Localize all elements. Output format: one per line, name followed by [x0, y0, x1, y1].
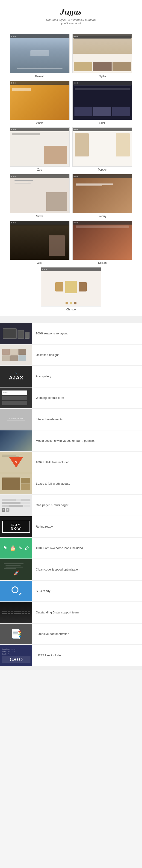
- zoe-img: [44, 146, 67, 164]
- form-input-3: [2, 401, 27, 405]
- key: [8, 613, 10, 614]
- demo-thumb-ollie[interactable]: [10, 221, 70, 260]
- feature-item-pager: 7 0 One pager & multi pager: [0, 495, 142, 516]
- demo-thumb-penny[interactable]: [72, 174, 132, 213]
- key: [22, 613, 24, 614]
- demo-item-minka[interactable]: Minka: [10, 174, 70, 218]
- demo-item-vinnie[interactable]: Vinnie: [10, 81, 70, 125]
- sunll-imgs: [74, 107, 130, 116]
- penny-text: [76, 184, 129, 186]
- pager-row-3: [2, 505, 30, 507]
- clean-content: 🚀: [2, 561, 30, 578]
- sunll-thumbnail: [73, 81, 132, 120]
- pager-cell-6: [2, 505, 9, 507]
- browser-bar-pe: [73, 174, 132, 178]
- key: [13, 613, 16, 614]
- demo-thumb-delilah[interactable]: [72, 221, 132, 260]
- feature-thumb-support: [0, 602, 32, 623]
- html5-number: 5: [15, 460, 17, 464]
- buy-now-button: BUY NOW: [2, 521, 30, 533]
- box-side-2: [21, 484, 30, 490]
- feature-thumb-unlimited: [0, 345, 32, 365]
- feature-item-clean: 🚀 Clean code & speed optimization: [0, 559, 142, 580]
- ollie-thumbnail: [10, 221, 69, 260]
- browser-bar-z: [10, 128, 69, 131]
- key: [16, 611, 19, 612]
- key: [25, 611, 27, 612]
- feature-text-retina: Retina ready: [32, 522, 56, 531]
- ollie-figure: [49, 236, 65, 256]
- feature-text-interactive: Interactive elements: [32, 415, 66, 424]
- penny-thumbnail: [73, 174, 132, 213]
- key: [2, 613, 5, 614]
- rocket-icon: 🚀: [4, 570, 29, 576]
- key: [28, 611, 30, 612]
- browser-bar-ch: [41, 268, 101, 271]
- feature-text-boxed: Boxed & full-width layouts: [32, 479, 74, 488]
- search-circle: [11, 586, 19, 593]
- ajax-prefix: ƒη: [9, 372, 24, 374]
- demo-thumb-sunll[interactable]: [72, 81, 132, 120]
- code-line-2: [2, 455, 16, 456]
- code-1: @heading-color:: [2, 648, 30, 651]
- demo-thumb-minka[interactable]: [10, 174, 70, 213]
- html5-content: 5: [0, 452, 32, 473]
- buynow-content: BUY NOW: [0, 518, 32, 535]
- demo-label-sunll: Sunll: [99, 121, 106, 125]
- demo-item-christie[interactable]: Christie: [41, 267, 101, 311]
- demo-item-ollie[interactable]: Ollie: [10, 221, 70, 265]
- demo-thumb-christie[interactable]: [41, 267, 101, 307]
- icon-cake: 🎂: [10, 545, 16, 551]
- key: [22, 611, 24, 612]
- demo-thumb-blythe[interactable]: [72, 34, 132, 73]
- vinnie-bar: [12, 88, 31, 91]
- browser-bar-v: [10, 81, 69, 85]
- key: [19, 611, 22, 612]
- feature-item-responsive: 100% responsive layout: [0, 323, 142, 344]
- ollie-bg: [10, 225, 69, 260]
- cl-3: [5, 566, 23, 567]
- interactive-content: Development: [7, 418, 25, 421]
- demo-item-russell[interactable]: Russell: [10, 34, 70, 78]
- minka-shoe: [46, 192, 67, 211]
- ajax-content: ƒη AJAX: [9, 372, 24, 381]
- device-desktop: [3, 329, 16, 339]
- demo-thumb-pepper[interactable]: [72, 127, 132, 167]
- browser-bar: [10, 34, 69, 38]
- key: [8, 611, 10, 612]
- feature-item-icons: ⚑ 🎂 ✎ 🖊 400+ Font Awesome icons included: [0, 538, 142, 559]
- demo-thumb-vinnie[interactable]: [10, 81, 70, 120]
- key: [11, 611, 13, 612]
- header: Jugas The most stylish & minimalist temp…: [0, 0, 142, 31]
- demo-thumb-russell[interactable]: [10, 34, 70, 73]
- sunll-bar: [75, 88, 130, 90]
- feature-thumb-media: [0, 430, 32, 451]
- demo-item-penny[interactable]: Penny: [72, 174, 132, 218]
- pager-cell-4: [2, 502, 21, 504]
- demo-grid: Russell Blythe: [0, 31, 142, 316]
- docs-icon: 📑: [10, 629, 22, 640]
- demo-item-blythe[interactable]: Blythe: [72, 34, 132, 78]
- demo-item-delilah[interactable]: Delilah: [72, 221, 132, 265]
- demo-label-penny: Penny: [99, 215, 106, 218]
- bag-3: [79, 282, 87, 291]
- feature-text-less: .LESS files included: [32, 651, 66, 660]
- pager-cell-2: [16, 499, 21, 501]
- zoe-thumbnail: [10, 128, 69, 166]
- feature-thumb-retina: BUY NOW: [0, 516, 32, 537]
- cl-1: [4, 563, 24, 564]
- demo-label-vinnie: Vinnie: [36, 121, 43, 125]
- browser-bar-b: [73, 34, 132, 38]
- feature-item-docs: 📑 Extensive documentation: [0, 624, 142, 644]
- nav-dot-2: [70, 302, 72, 304]
- code-3: @body-font:: [2, 653, 30, 655]
- demo-item-zoe[interactable]: Zoe: [10, 127, 70, 171]
- demo-item-pepper[interactable]: Pepper: [72, 127, 132, 171]
- pager-cell-5: [21, 502, 30, 504]
- delilah-text: [76, 225, 129, 228]
- mini-6: [19, 355, 26, 361]
- feature-thumb-pager: 7 0: [0, 495, 32, 516]
- demo-thumb-zoe[interactable]: [10, 127, 70, 167]
- demo-item-sunll[interactable]: Sunll: [72, 81, 132, 125]
- less-content: @heading-color: @nav-font-size: @body-fo…: [0, 646, 32, 665]
